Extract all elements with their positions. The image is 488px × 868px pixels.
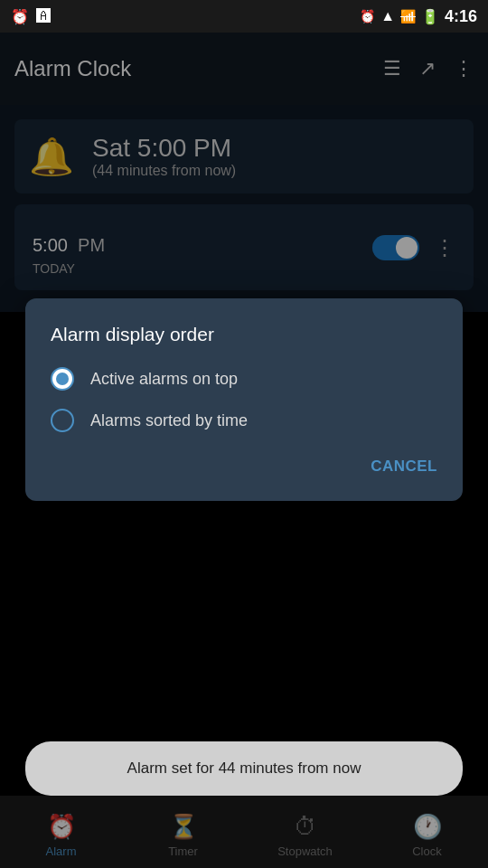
battery-icon: 🔋: [421, 8, 439, 25]
dialog-actions: CANCEL: [51, 450, 437, 483]
status-right-icons: ⏰ ▲ 📶 🔋 4:16: [360, 7, 477, 26]
cancel-button[interactable]: CANCEL: [371, 450, 437, 483]
alarms-sorted-by-time-option[interactable]: Alarms sorted by time: [51, 409, 437, 432]
clock-status-icon: ⏰: [360, 9, 375, 24]
sorted-by-time-label: Alarms sorted by time: [90, 411, 248, 430]
accessibility-icon: 🅰: [36, 8, 51, 24]
active-alarms-radio[interactable]: [51, 367, 74, 391]
wifi-icon: ▲: [380, 8, 395, 24]
status-left-icons: ⏰ 🅰: [11, 8, 51, 25]
sorted-by-time-radio[interactable]: [51, 409, 74, 432]
dialog-title: Alarm display order: [51, 324, 437, 345]
active-alarms-label: Active alarms on top: [90, 370, 238, 389]
alarm-display-order-dialog: Alarm display order Active alarms on top…: [25, 298, 463, 501]
alarm-status-icon: ⏰: [11, 8, 29, 25]
no-sim-icon: 📶: [400, 9, 416, 24]
snackbar-text: Alarm set for 44 minutes from now: [127, 760, 361, 777]
snackbar: Alarm set for 44 minutes from now: [25, 741, 463, 796]
active-alarms-on-top-option[interactable]: Active alarms on top: [51, 367, 437, 391]
time-display: 4:16: [445, 7, 477, 26]
status-bar: ⏰ 🅰 ⏰ ▲ 📶 🔋 4:16: [0, 0, 488, 33]
